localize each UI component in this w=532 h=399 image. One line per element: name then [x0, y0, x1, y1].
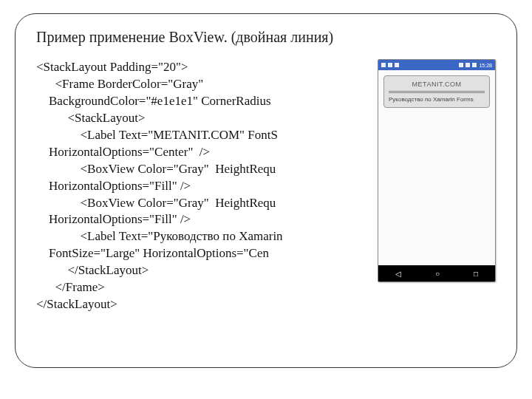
notification-icon — [381, 63, 386, 67]
code-line: <StackLayout> — [36, 111, 146, 125]
content-row: <StackLayout Padding="20"> <Frame Border… — [36, 59, 496, 313]
nav-recent-icon[interactable]: □ — [474, 270, 478, 278]
notification-icon — [388, 63, 392, 67]
nav-home-icon[interactable]: ○ — [435, 270, 440, 278]
android-navbar: ◁ ○ □ — [378, 265, 495, 282]
statusbar-left-icons — [381, 63, 399, 67]
wifi-icon — [459, 63, 463, 67]
notification-icon — [395, 63, 399, 67]
statusbar-time: 15:28 — [479, 63, 492, 68]
code-line: <BoxView Color="Gray" HeightRequ — [36, 162, 276, 176]
app-frame-card: METANIT.COM Руководство по Xamarin Forms — [383, 75, 490, 108]
code-line: BackgroundColor="#e1e1e1" CornerRadius — [36, 94, 271, 108]
android-statusbar: 15:28 — [378, 60, 495, 70]
code-line: HorizontalOptions="Fill" /> — [36, 212, 191, 226]
statusbar-right-icons: 15:28 — [459, 63, 492, 68]
code-line: <Frame BorderColor="Gray" — [36, 77, 203, 91]
boxview-line — [389, 91, 485, 92]
app-subtitle: Руководство по Xamarin Forms — [389, 96, 485, 103]
battery-icon — [472, 63, 477, 67]
phone-mockup: 15:28 METANIT.COM Руководство по Xamarin… — [378, 59, 496, 282]
code-line: HorizontalOptions="Fill" /> — [36, 179, 191, 193]
code-line: <Label Text="Руководство по Xamarin — [36, 229, 286, 243]
slide-frame: Пример применение BoxView. (двойная лини… — [15, 13, 517, 368]
code-line: <BoxView Color="Gray" HeightRequ — [36, 196, 276, 210]
boxview-line — [389, 92, 485, 93]
app-heading: METANIT.COM — [389, 81, 485, 88]
code-block: <StackLayout Padding="20"> <Frame Border… — [36, 59, 370, 313]
nav-back-icon[interactable]: ◁ — [395, 270, 401, 278]
slide-title: Пример применение BoxView. (двойная лини… — [36, 29, 496, 46]
code-line: HorizontalOptions="Center" /> — [36, 145, 210, 159]
signal-icon — [466, 63, 470, 67]
phone-screen-body: METANIT.COM Руководство по Xamarin Forms — [378, 70, 495, 265]
code-line: <Label Text="METANIT.COM" FontS — [36, 128, 278, 142]
code-line: </StackLayout> — [36, 297, 117, 311]
code-line: </StackLayout> — [36, 263, 149, 277]
code-line: </Frame> — [36, 280, 105, 294]
code-line: FontSize="Large" HorizontalOptions="Cen — [36, 246, 269, 260]
code-line: <StackLayout Padding="20"> — [36, 60, 188, 74]
